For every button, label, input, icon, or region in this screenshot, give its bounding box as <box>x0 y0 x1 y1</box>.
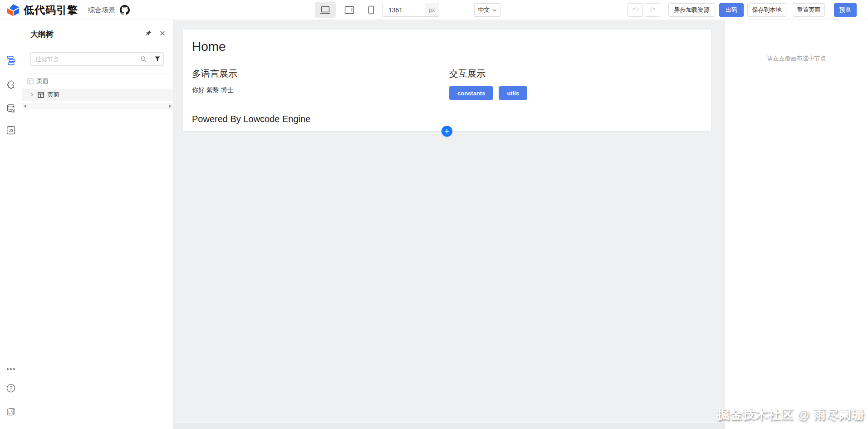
tree-row-label: 页面 <box>48 91 59 99</box>
close-icon <box>159 30 166 36</box>
rail-plugin-button[interactable] <box>3 77 19 93</box>
language-select-value: 中文 <box>478 6 490 14</box>
i18n-section: 多语言展示 你好 絮黎 博士 <box>192 68 446 94</box>
tree-row-page[interactable]: 页面 <box>22 89 173 101</box>
plus-icon <box>444 128 450 134</box>
rail-js-button[interactable]: JS <box>3 123 19 138</box>
help-icon: ? <box>6 383 16 393</box>
more-dots-icon <box>6 368 15 370</box>
puzzle-icon <box>6 80 16 90</box>
device-phone-button[interactable] <box>363 2 379 18</box>
github-icon[interactable] <box>120 5 130 15</box>
left-icon-rail: JS ? En <box>0 20 22 429</box>
topbar-left: 低代码引擎 综合场景 <box>6 0 130 20</box>
canvas-bottom-scroll-track[interactable] <box>173 422 725 429</box>
interaction-buttons: constants utils <box>449 86 703 100</box>
add-node-button[interactable] <box>441 126 452 137</box>
canvas-area[interactable]: Home 多语言展示 你好 絮黎 博士 交互展示 constants utils… <box>173 20 725 429</box>
node-filter-row <box>30 52 164 66</box>
page-title: Home <box>192 39 226 54</box>
lowcode-engine-app: 低代码引擎 综合场景 <box>0 0 868 429</box>
svg-text:?: ? <box>10 385 12 391</box>
save-local-button[interactable]: 保存到本地 <box>747 3 786 17</box>
undo-button[interactable] <box>628 3 643 17</box>
funnel-icon <box>154 56 161 62</box>
codegen-button[interactable]: 出码 <box>719 3 744 17</box>
page-card[interactable]: Home 多语言展示 你好 絮黎 博士 交互展示 constants utils… <box>183 30 711 131</box>
scroll-right-icon[interactable] <box>169 104 172 108</box>
page-outline-icon <box>27 78 34 85</box>
empty-selection-hint: 请在左侧画布选中节点 <box>725 54 868 63</box>
rail-help-button[interactable]: ? <box>3 380 19 396</box>
async-load-button[interactable]: 异步加载资源 <box>668 3 715 17</box>
outline-panel: 大纲树 <box>22 20 173 429</box>
desktop-icon <box>320 5 331 15</box>
pin-icon <box>145 30 152 37</box>
redo-button[interactable] <box>645 3 660 17</box>
panel-close-button[interactable] <box>159 30 166 36</box>
panel-title: 大纲树 <box>30 29 54 39</box>
utils-button[interactable]: utils <box>499 86 527 100</box>
node-filter-box <box>30 52 151 66</box>
redo-icon <box>649 7 656 14</box>
device-desktop-button[interactable] <box>315 2 336 18</box>
rail-datasource-button[interactable] <box>3 101 19 116</box>
tablet-icon <box>344 6 354 14</box>
i18n-section-title: 多语言展示 <box>192 68 446 80</box>
node-filter-input[interactable] <box>35 56 140 63</box>
search-icon <box>140 56 147 63</box>
panel-pin-button[interactable] <box>145 30 152 37</box>
topbar: 低代码引擎 综合场景 <box>0 0 868 20</box>
constants-button[interactable]: constants <box>449 86 493 100</box>
language-select[interactable]: 中文 <box>474 3 500 17</box>
tree-row-root[interactable]: 页面 <box>22 75 173 87</box>
i18n-greeting-text: 你好 絮黎 博士 <box>192 86 446 94</box>
powered-by-text: Powered By Lowcode Engine <box>192 114 310 124</box>
phone-icon <box>368 5 374 15</box>
panel-divider <box>22 74 173 74</box>
filter-button[interactable] <box>151 52 164 66</box>
settings-panel: 请在左侧画布选中节点 <box>725 20 868 429</box>
rail-outline-tree-button[interactable] <box>3 53 19 68</box>
rail-more-button[interactable] <box>3 361 19 377</box>
preview-button[interactable]: 预览 <box>834 3 857 17</box>
language-en-icon: En <box>6 407 16 417</box>
outline-tree-icon <box>5 55 16 66</box>
page-component-icon <box>37 91 44 99</box>
svg-text:En: En <box>8 410 13 414</box>
interaction-section-title: 交互展示 <box>449 68 703 80</box>
svg-text:JS: JS <box>9 128 14 133</box>
reset-page-button[interactable]: 重置页面 <box>793 3 825 17</box>
expand-chevron-icon[interactable] <box>30 92 34 97</box>
tree-row-label: 页面 <box>37 77 49 85</box>
app-logo-icon <box>6 3 20 17</box>
tree-hscrollbar[interactable] <box>22 103 173 109</box>
database-gear-icon <box>6 104 16 114</box>
scenario-label: 综合场景 <box>88 6 115 15</box>
scroll-left-icon[interactable] <box>24 104 26 108</box>
undo-icon <box>632 7 639 14</box>
chevron-down-icon <box>492 9 497 12</box>
rail-language-button[interactable]: En <box>3 404 19 419</box>
js-icon: JS <box>6 125 16 135</box>
interaction-section: 交互展示 constants utils <box>449 68 703 100</box>
device-switcher <box>315 2 379 18</box>
app-title: 低代码引擎 <box>24 3 78 17</box>
device-tablet-button[interactable] <box>340 2 358 18</box>
width-unit-label: px <box>425 3 439 16</box>
canvas-width-input[interactable] <box>383 3 425 16</box>
canvas-width-group: px <box>383 3 439 17</box>
